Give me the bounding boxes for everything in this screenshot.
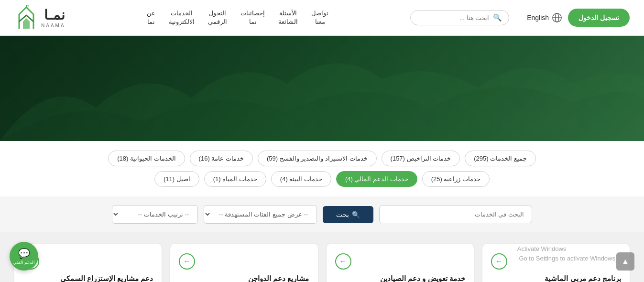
tab-general[interactable]: خدمات عامة (16) [190, 151, 253, 166]
tab-env[interactable]: خدمات البيئة (4) [271, 171, 331, 187]
main-nav: تواصل معنا الأسئلة الشائعة إحصائيات نما … [147, 9, 328, 26]
globe-icon [552, 12, 562, 23]
card-livestock: ← برنامج دعم مربي الماشية خدمات الدعم ال… [482, 244, 630, 282]
logo-sub: NAAMA [41, 23, 65, 28]
card-arrow-livestock[interactable]: ← [491, 253, 507, 270]
cards-section: ← برنامج دعم مربي الماشية خدمات الدعم ال… [0, 232, 644, 282]
filter-tabs-row1: جميع الخدمات (295) خدمات التراخيص (157) … [14, 151, 630, 166]
service-search-input[interactable] [379, 206, 532, 223]
card-poultry: ← مشاريع دعم الدواجن خدمات الدعم المالي … [170, 244, 317, 282]
nav-about[interactable]: عن نما [147, 9, 155, 26]
nav-contact[interactable]: تواصل معنا [311, 9, 328, 26]
nav-digital[interactable]: التحول الرقمي [208, 9, 227, 26]
logo-icon [14, 5, 38, 31]
filter-container: جميع الخدمات (295) خدمات التراخيص (157) … [0, 141, 644, 196]
tab-agri[interactable]: خدمات زراعية (25) [422, 171, 490, 187]
card-arrow-fishermen[interactable]: ← [335, 253, 351, 270]
language-selector[interactable]: English [527, 12, 562, 23]
tab-all[interactable]: جميع الخدمات (295) [465, 151, 536, 166]
header-search-input[interactable] [417, 14, 489, 22]
filter-tabs-row2: خدمات زراعية (25) خدمات الدعم المالي (4)… [14, 171, 630, 187]
card-arrow-poultry[interactable]: ← [179, 253, 195, 270]
hero-section [0, 36, 644, 141]
search-icon: 🔍 [352, 211, 360, 218]
tab-financial[interactable]: خدمات الدعم المالي (4) [336, 171, 417, 187]
tab-animal[interactable]: الخدمات الحيوانية (18) [108, 151, 185, 166]
tab-licenses[interactable]: خدمات التراخيص (157) [382, 151, 460, 166]
logo-text: نمـا [44, 8, 65, 22]
chevron-up-icon: ▲ [622, 257, 629, 266]
categories-dropdown[interactable]: -- عرض جميع الفئات المستهدفة -- [204, 205, 317, 224]
search-button[interactable]: 🔍 بحث [323, 206, 373, 223]
card-title-aquaculture: دعم مشاريع الإستزراع السمكي [23, 273, 153, 282]
card-fishermen: ← خدمة تعويض و دعم الصيادين خدمات الدعم … [327, 244, 474, 282]
card-title-poultry: مشاريع دعم الدواجن [179, 273, 309, 282]
sort-dropdown[interactable]: -- ترتيب الخدمات -- [112, 205, 198, 224]
nav-stats[interactable]: إحصائيات نما [240, 9, 265, 26]
tech-support-label: الدعم الفني [13, 260, 35, 265]
scroll-to-top-button[interactable]: ▲ [616, 252, 634, 271]
tab-origin[interactable]: اصيل (11) [154, 171, 199, 187]
nav-eservices[interactable]: الخدمات الالكترونية [169, 9, 195, 26]
card-title-livestock: برنامج دعم مربي الماشية [491, 273, 621, 282]
search-icon: 🔍 [493, 13, 502, 22]
tech-support-icon: 💬 [18, 248, 30, 259]
language-label: English [527, 14, 549, 22]
tab-export[interactable]: خدمات الاستيراد والتصدير والفسح (59) [258, 151, 377, 166]
header-divider [518, 11, 518, 25]
tab-water[interactable]: خدمات المياه (1) [204, 171, 266, 187]
nav-faq[interactable]: الأسئلة الشائعة [278, 9, 298, 26]
tech-support-button[interactable]: 💬 الدعم الفني [10, 242, 38, 271]
header: تسجيل الدخول English 🔍 تواصل معنا الأسئل… [0, 0, 644, 36]
logo[interactable]: نمـا NAAMA [14, 5, 65, 31]
header-left: تسجيل الدخول English 🔍 [410, 9, 630, 27]
login-button[interactable]: تسجيل الدخول [568, 9, 630, 27]
search-button-label: بحث [336, 211, 349, 218]
card-title-fishermen: خدمة تعويض و دعم الصيادين [335, 273, 465, 282]
search-section: 🔍 بحث -- عرض جميع الفئات المستهدفة -- --… [0, 196, 644, 232]
header-search-box: 🔍 [410, 10, 509, 25]
